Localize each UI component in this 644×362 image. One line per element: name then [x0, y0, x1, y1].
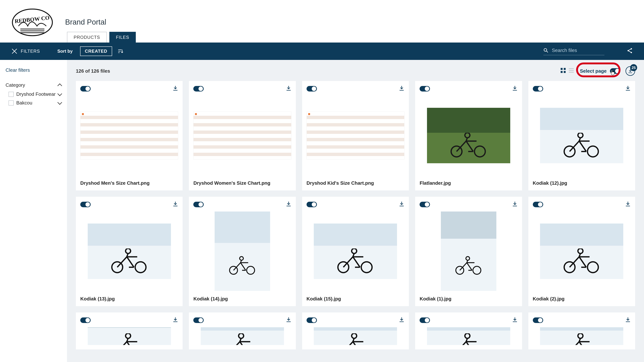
search-field[interactable] — [543, 47, 604, 55]
file-select-toggle[interactable] — [533, 318, 543, 323]
thumbnail-photo — [540, 327, 623, 345]
thumbnail-photo — [540, 224, 623, 279]
file-download-button[interactable] — [512, 85, 518, 92]
file-card[interactable]: Kodiak (2).jpg — [528, 197, 635, 306]
file-download-button[interactable] — [172, 85, 178, 92]
svg-rect-14 — [569, 72, 574, 73]
grid-view-button[interactable] — [560, 67, 566, 75]
file-download-button[interactable] — [399, 201, 404, 208]
tab-files[interactable]: FILES — [109, 32, 136, 42]
file-card[interactable] — [76, 313, 182, 350]
file-card[interactable]: Flatlander.jpg — [415, 81, 522, 190]
file-card[interactable]: Kodiak (13).jpg — [76, 197, 182, 306]
filters-toggle[interactable]: FILTERS — [11, 48, 40, 54]
file-card[interactable]: Kodiak (1).jpg — [415, 197, 522, 306]
svg-point-28 — [588, 262, 598, 273]
file-card[interactable] — [528, 313, 635, 350]
thumbnail — [80, 96, 178, 175]
thumbnail — [533, 327, 631, 345]
sortby-label: Sort by — [57, 49, 73, 54]
sort-direction-toggle[interactable] — [118, 48, 124, 54]
file-select-toggle[interactable] — [306, 318, 317, 323]
thumbnail-photo — [88, 224, 171, 279]
facet-item-label: Dryshod Footwear — [16, 91, 56, 97]
file-select-toggle[interactable] — [533, 202, 543, 207]
file-download-button[interactable] — [625, 317, 631, 324]
file-card[interactable]: Dryshod Men's Size Chart.png — [76, 81, 182, 190]
file-download-button[interactable] — [286, 317, 292, 324]
file-download-button[interactable] — [286, 201, 292, 208]
file-select-toggle[interactable] — [420, 202, 430, 207]
file-card[interactable]: Kodiak (12).jpg — [528, 81, 635, 190]
chevron-down-icon — [57, 100, 62, 105]
download-icon — [512, 85, 518, 91]
file-select-toggle[interactable] — [193, 318, 204, 323]
file-select-toggle[interactable] — [80, 202, 91, 207]
view-toggle — [560, 67, 574, 75]
facet-category-header[interactable]: Category — [6, 82, 62, 90]
file-download-button[interactable] — [512, 201, 518, 208]
file-download-button[interactable] — [399, 85, 404, 92]
download-icon — [625, 85, 631, 91]
file-download-button[interactable] — [625, 85, 631, 92]
thumbnail-photo — [540, 108, 623, 163]
tab-products[interactable]: PRODUCTS — [67, 32, 107, 42]
thumbnail — [193, 96, 291, 175]
svg-rect-13 — [569, 70, 574, 71]
file-card[interactable] — [302, 313, 409, 350]
file-select-toggle[interactable] — [193, 202, 204, 207]
file-name: Dryshod Kid's Size Chart.png — [306, 180, 404, 186]
page-title: Brand Portal — [65, 18, 106, 26]
svg-point-18 — [588, 146, 598, 157]
thumbnail-photo — [201, 327, 284, 345]
sort-dropdown[interactable]: CREATED — [80, 46, 112, 56]
file-card[interactable] — [189, 313, 296, 350]
file-card[interactable]: Kodiak (14).jpg — [189, 197, 296, 306]
file-select-toggle[interactable] — [306, 202, 317, 207]
thumbnail — [420, 327, 518, 345]
download-cart[interactable]: 25 — [626, 66, 635, 76]
svg-rect-8 — [561, 68, 563, 70]
file-download-button[interactable] — [286, 85, 292, 92]
thumbnail — [306, 212, 404, 291]
share-button[interactable] — [626, 47, 633, 55]
sort-icon — [118, 48, 124, 54]
select-page-label: Select page — [580, 68, 607, 74]
file-card[interactable]: Dryshod Kid's Size Chart.png — [302, 81, 409, 190]
facet-item-dryshod[interactable]: Dryshod Footwear — [8, 90, 62, 98]
file-download-button[interactable] — [625, 201, 631, 208]
file-name: Kodiak (12).jpg — [533, 180, 631, 186]
download-icon — [399, 201, 404, 207]
file-select-toggle[interactable] — [193, 86, 204, 91]
svg-line-6 — [629, 49, 631, 50]
file-card[interactable] — [415, 313, 522, 350]
file-download-button[interactable] — [172, 201, 178, 208]
clear-filters-link[interactable]: Clear filters — [6, 67, 62, 73]
file-download-button[interactable] — [399, 317, 404, 324]
thumbnail — [80, 327, 178, 345]
file-select-toggle[interactable] — [306, 86, 317, 91]
file-name: Kodiak (2).jpg — [533, 296, 631, 302]
file-select-toggle[interactable] — [420, 86, 430, 91]
file-select-toggle[interactable] — [533, 86, 543, 91]
search-input[interactable] — [552, 47, 604, 53]
file-select-toggle[interactable] — [420, 318, 430, 323]
svg-point-22 — [246, 266, 254, 274]
file-card[interactable]: Kodiak (15).jpg — [302, 197, 409, 306]
thumbnail — [80, 212, 178, 291]
svg-point-24 — [361, 262, 372, 273]
file-download-button[interactable] — [512, 317, 518, 324]
file-card[interactable]: Dryshod Women's Size Chart.png — [189, 81, 296, 190]
list-view-button[interactable] — [568, 67, 574, 75]
file-select-toggle[interactable] — [80, 86, 91, 91]
thumbnail-photo — [441, 212, 496, 291]
svg-rect-12 — [569, 68, 574, 69]
download-icon — [286, 85, 292, 91]
file-select-toggle[interactable] — [80, 318, 91, 323]
select-page-toggle[interactable] — [610, 68, 620, 74]
facet-item-bakcou[interactable]: Bakcou — [8, 98, 62, 107]
download-icon — [172, 317, 178, 323]
download-icon — [399, 85, 404, 91]
file-name: Flatlander.jpg — [420, 180, 518, 186]
file-download-button[interactable] — [172, 317, 178, 324]
